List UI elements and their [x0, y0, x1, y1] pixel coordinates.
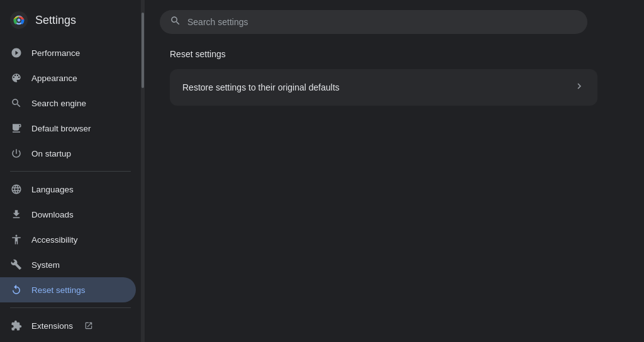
- appearance-icon: [10, 72, 23, 84]
- sidebar-item-extensions[interactable]: Extensions: [0, 313, 136, 338]
- sidebar-header: Settings: [0, 5, 141, 40]
- section-title: Reset settings: [170, 49, 619, 59]
- search-icon: [170, 15, 181, 29]
- search-input[interactable]: [187, 17, 577, 27]
- sidebar-item-performance[interactable]: Performance: [0, 40, 136, 65]
- sidebar-item-appearance-label: Appearance: [31, 74, 77, 83]
- sidebar-item-reset-settings[interactable]: Reset settings: [0, 277, 136, 302]
- sidebar-item-languages-label: Languages: [31, 185, 74, 194]
- sidebar: Settings Performance Appearance: [0, 0, 141, 342]
- sidebar-item-system[interactable]: System: [0, 252, 136, 277]
- default-browser-icon: [10, 122, 23, 135]
- settings-card: Restore settings to their original defau…: [170, 69, 597, 106]
- performance-icon: [10, 47, 23, 59]
- sidebar-item-system-label: System: [31, 260, 60, 270]
- sidebar-item-extensions-label: Extensions: [31, 321, 73, 331]
- sidebar-item-on-startup-label: On startup: [31, 149, 71, 158]
- sidebar-item-default-browser-label: Default browser: [31, 124, 91, 133]
- sidebar-nav: Performance Appearance Search engine: [0, 40, 141, 342]
- restore-settings-label: Restore settings to their original defau…: [182, 82, 340, 92]
- sidebar-item-downloads[interactable]: Downloads: [0, 202, 136, 227]
- sidebar-item-accessibility-label: Accessibility: [31, 235, 78, 245]
- sidebar-title: Settings: [35, 14, 76, 27]
- on-startup-icon: [10, 147, 23, 160]
- search-bar-container: [145, 0, 644, 44]
- sidebar-item-languages[interactable]: Languages: [0, 177, 136, 202]
- sidebar-item-about-chrome[interactable]: About Chrome: [0, 338, 136, 342]
- nav-divider-1: [10, 171, 131, 172]
- languages-icon: [10, 183, 23, 196]
- restore-settings-row[interactable]: Restore settings to their original defau…: [170, 69, 597, 106]
- sidebar-item-downloads-label: Downloads: [31, 210, 74, 219]
- sidebar-item-search-engine-label: Search engine: [31, 99, 86, 108]
- search-engine-icon: [10, 97, 23, 109]
- sidebar-item-search-engine[interactable]: Search engine: [0, 91, 136, 116]
- main-content: Reset settings Restore settings to their…: [145, 0, 644, 342]
- sidebar-scroll-thumb[interactable]: [142, 13, 144, 88]
- accessibility-icon: [10, 233, 23, 246]
- sidebar-item-on-startup[interactable]: On startup: [0, 141, 136, 166]
- sidebar-item-accessibility[interactable]: Accessibility: [0, 227, 136, 252]
- downloads-icon: [10, 208, 23, 221]
- svg-point-3: [18, 19, 21, 22]
- sidebar-item-default-browser[interactable]: Default browser: [0, 116, 136, 141]
- chrome-logo-icon: [10, 11, 28, 29]
- content-area: Reset settings Restore settings to their…: [145, 44, 644, 342]
- sidebar-item-reset-settings-label: Reset settings: [31, 285, 86, 295]
- sidebar-item-performance-label: Performance: [31, 48, 80, 58]
- sidebar-item-appearance[interactable]: Appearance: [0, 65, 136, 91]
- system-icon: [10, 258, 23, 271]
- reset-settings-icon: [10, 284, 23, 296]
- nav-divider-2: [10, 307, 131, 308]
- chevron-right-icon: [574, 80, 585, 94]
- extensions-icon: [10, 319, 23, 332]
- search-bar: [160, 10, 587, 34]
- sidebar-scrollbar[interactable]: [141, 0, 145, 342]
- external-link-icon: [84, 321, 93, 330]
